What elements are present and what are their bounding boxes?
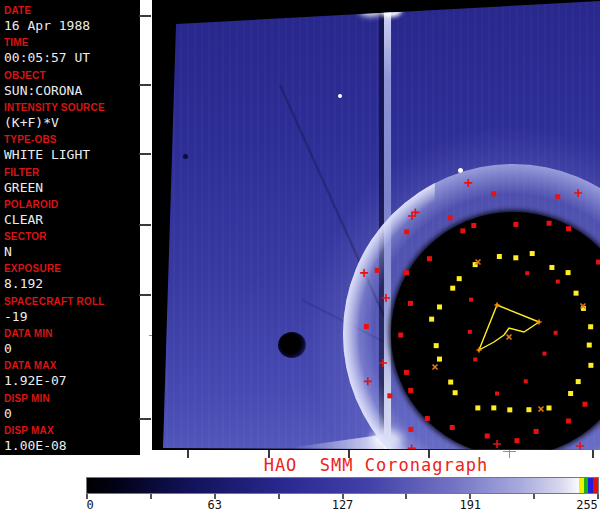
fiducial-dot [469,298,473,302]
fiducial-dot [491,405,496,410]
fiducial-cross [379,359,387,367]
metadata-field: TYPE-OBSWHITE LIGHT [4,134,138,163]
colorbar-tick [150,494,152,499]
fiducial-dot [524,379,528,383]
fiducial-dot [588,363,593,368]
metadata-field: SECTORN [4,231,138,260]
field-label: POLAROID [4,199,138,211]
fiducial-dot [491,191,496,196]
x-mark [536,404,546,414]
field-label: FILTER [4,167,138,179]
colorbar-tick-label: 127 [332,498,354,512]
image-frame [152,0,600,450]
field-value: 0 [4,406,138,422]
fiducial-dot [468,330,472,334]
fiducial-dot [404,270,409,275]
metadata-field: SPACECRAFT ROLL-19 [4,296,138,325]
fiducial-dot [408,427,413,432]
colorbar-tick-label: 255 [576,498,598,512]
fiducial-dot [568,391,573,396]
fiducial-dot [596,260,600,265]
feature-polygon [479,305,539,350]
fiducial-cross [364,377,372,385]
coronagraph-viewer-window: { "sidebar": { "fields": [ {"label": "DA… [0,0,600,512]
colorbar [86,477,599,494]
fiducial-cross [464,179,472,187]
fiducial-dot [495,392,499,396]
field-value: WHITE LIGHT [4,147,138,163]
fiducial-dot [547,405,552,410]
fiducial-dot [556,280,560,284]
fiducial-dot [387,393,392,398]
fiducial-dot [457,276,462,281]
fiducial-cross [493,440,501,448]
fiducial-dot [408,301,413,306]
polygon-vertex-mark [495,303,500,308]
field-value: 0 [4,341,138,357]
plot-title: HAO SMM Coronagraph [152,455,600,475]
metadata-field: POLAROIDCLEAR [4,199,138,228]
metadata-field: EXPOSURE8.192 [4,263,138,292]
colorbar-tick [533,494,535,499]
fiducial-dot [566,419,571,424]
field-value: (K+F)*V [4,115,138,131]
metadata-field: OBJECTSUN:CORONA [4,70,138,99]
fiducial-dot [534,429,539,434]
fiducial-dot [566,226,571,231]
field-value: N [4,244,138,260]
fiducial-dot [427,256,432,261]
metadata-sidebar: DATE16 Apr 1988TIME00:05:57 UTOBJECTSUN:… [0,0,140,455]
fiducial-dot [404,229,409,234]
fiducial-dot [450,286,455,291]
fiducial-dot [588,324,593,329]
y-axis-tick [139,84,151,86]
polygon-vertex-mark [477,348,482,353]
field-label: DATE [4,5,138,17]
y-axis-tick [139,224,151,226]
fiducial-cross [576,442,584,450]
fiducial-dot [513,222,518,227]
field-value: 1.00E-08 [4,438,138,454]
fiducial-dot [364,324,369,329]
metadata-field: FILTERGREEN [4,167,138,196]
field-label: DATA MAX [4,360,138,372]
y-axis-tick [139,153,151,155]
field-value: GREEN [4,180,138,196]
fiducial-dot [437,357,442,362]
fiducial-dot [574,291,579,296]
fiducial-dot [497,254,502,259]
fiducial-dots-overlay [152,0,600,450]
field-label: OBJECT [4,70,138,82]
fiducial-dot [471,223,476,228]
field-label: TIME [4,37,138,49]
field-label: TYPE-OBS [4,134,138,146]
fiducial-dot [547,221,552,226]
fiducial-dot [425,416,430,421]
field-value: 00:05:57 UT [4,50,138,66]
fiducial-dot [475,405,480,410]
fiducial-dot [448,380,453,385]
fiducial-dot [404,370,409,375]
field-label: DISP MAX [4,425,138,437]
metadata-field: DISP MIN0 [4,393,138,422]
field-label: DISP MIN [4,393,138,405]
field-value: CLEAR [4,212,138,228]
coronagraph-image [152,0,600,450]
metadata-field: INTENSITY SOURCE(K+F)*V [4,102,138,131]
fiducial-dot [460,228,465,233]
y-axis-tick [139,294,151,296]
metadata-field: DATA MAX1.92E-07 [4,360,138,389]
fiducial-dot [554,331,558,335]
fiducial-dot [542,352,546,356]
fiducial-dot [485,434,490,439]
field-value: 1.92E-07 [4,373,138,389]
field-label: DATA MIN [4,328,138,340]
field-value: -19 [4,309,138,325]
fiducial-dot [513,255,518,260]
fiducial-dot [576,379,581,384]
field-value: 16 Apr 1988 [4,18,138,34]
y-axis-tick [139,418,151,420]
fiducial-dot [375,268,380,273]
fiducial-dot [514,438,519,443]
y-axis-tick [139,15,151,17]
